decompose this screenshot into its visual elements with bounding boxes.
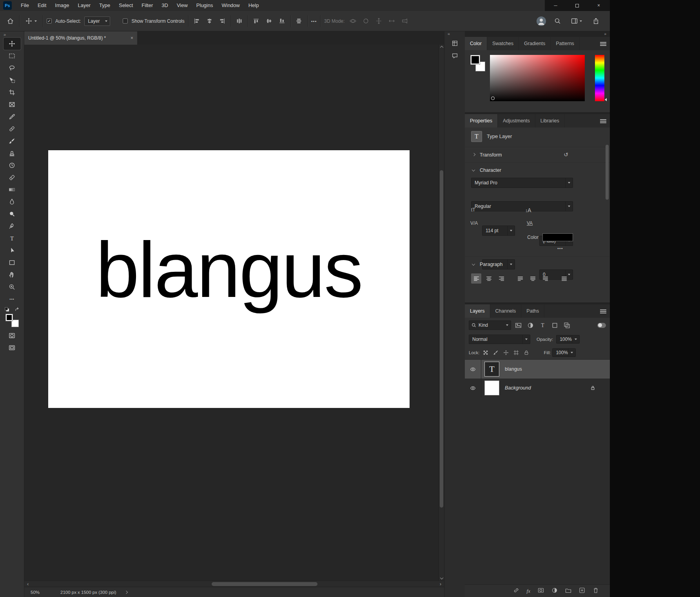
transform-expand-chevron[interactable]: [472, 153, 475, 156]
3d-roll-button[interactable]: [361, 16, 370, 26]
menu-item[interactable]: Layer: [74, 0, 95, 11]
3d-pan-button[interactable]: [374, 16, 383, 26]
opacity-select[interactable]: 100%: [556, 335, 580, 344]
layer-visibility-cell[interactable]: [465, 360, 481, 379]
comments-panel-button[interactable]: [448, 49, 462, 62]
align-right-edges-button[interactable]: [218, 16, 227, 26]
layer-row-background[interactable]: Background: [465, 379, 610, 397]
document-tab[interactable]: Untitled-1 @ 50% (blangus, RGB/8) * ×: [24, 31, 137, 45]
horizontal-scrollbar-thumb[interactable]: [212, 582, 317, 586]
foreground-color-swatch[interactable]: [470, 55, 480, 65]
horizontal-scrollbar[interactable]: ‹ ›: [24, 581, 444, 587]
filter-smart-objects-button[interactable]: [562, 320, 572, 330]
tab-patterns[interactable]: Patterns: [551, 37, 580, 50]
tool-preset-picker[interactable]: [23, 17, 39, 25]
lock-position-button[interactable]: [502, 348, 510, 357]
justify-last-left-button[interactable]: [515, 273, 525, 284]
align-text-right-button[interactable]: [496, 273, 506, 284]
align-text-left-button[interactable]: [471, 273, 481, 284]
tab-properties[interactable]: Properties: [465, 114, 498, 127]
more-character-options-button[interactable]: •••: [557, 246, 563, 251]
collapsed-panel-button[interactable]: [448, 37, 462, 49]
tab-color[interactable]: Color: [465, 37, 487, 50]
menu-item[interactable]: Type: [95, 0, 114, 11]
blend-mode-select[interactable]: Normal: [469, 335, 530, 344]
screen-mode-button[interactable]: [4, 342, 21, 354]
swap-colors-icon[interactable]: [15, 307, 20, 312]
account-avatar[interactable]: [537, 16, 546, 26]
workspace-switcher-button[interactable]: [569, 16, 584, 27]
lock-artboard-button[interactable]: [512, 348, 520, 357]
share-button[interactable]: [590, 16, 601, 27]
edit-toolbar-button[interactable]: •••: [4, 293, 21, 305]
new-group-button[interactable]: [565, 587, 571, 595]
align-vertical-centers-button[interactable]: [265, 16, 274, 26]
vertical-scrollbar[interactable]: [439, 45, 444, 581]
tab-swatches[interactable]: Swatches: [487, 37, 519, 50]
menu-item[interactable]: View: [172, 0, 192, 11]
hue-slider[interactable]: [595, 55, 604, 101]
tab-gradients[interactable]: Gradients: [519, 37, 551, 50]
minimize-button[interactable]: ─: [545, 0, 566, 11]
filter-toggle-switch[interactable]: [597, 323, 606, 328]
eraser-tool[interactable]: [4, 171, 21, 184]
align-left-edges-button[interactable]: [192, 16, 201, 26]
properties-scrollbar-thumb[interactable]: [606, 145, 609, 200]
distribute-horizontal-button[interactable]: [235, 16, 244, 26]
pen-tool[interactable]: [4, 220, 21, 232]
expand-dock-button[interactable]: «: [444, 31, 453, 37]
frame-tool[interactable]: [4, 98, 21, 111]
collapse-panels-button[interactable]: »: [604, 31, 606, 37]
tab-paths[interactable]: Paths: [521, 304, 544, 318]
layer-visibility-cell[interactable]: [465, 379, 481, 397]
tab-layers[interactable]: Layers: [465, 304, 490, 318]
panel-menu-icon[interactable]: [600, 309, 606, 310]
filter-pixel-layers-button[interactable]: [513, 320, 523, 330]
add-layer-mask-button[interactable]: [538, 587, 544, 595]
more-align-options-button[interactable]: •••: [311, 19, 317, 24]
maximize-button[interactable]: [566, 0, 588, 11]
home-button[interactable]: [5, 16, 16, 27]
transform-section-label[interactable]: Transform: [480, 149, 502, 161]
menu-item[interactable]: Select: [114, 0, 137, 11]
align-bottom-edges-button[interactable]: [277, 16, 287, 26]
new-adjustment-layer-button[interactable]: [551, 587, 558, 595]
justify-last-right-button[interactable]: [540, 273, 550, 284]
rectangular-marquee-tool[interactable]: [4, 50, 21, 62]
close-button[interactable]: ×: [588, 0, 609, 11]
history-brush-tool[interactable]: [4, 159, 21, 171]
menu-item[interactable]: Edit: [33, 0, 51, 11]
link-layers-button[interactable]: [513, 587, 519, 595]
panel-menu-icon[interactable]: [600, 119, 606, 120]
dodge-tool[interactable]: [4, 208, 21, 220]
tab-libraries[interactable]: Libraries: [535, 114, 565, 127]
show-transform-checkbox[interactable]: ✓: [123, 18, 128, 24]
scroll-right-icon[interactable]: ›: [440, 581, 441, 587]
reset-transform-button[interactable]: ↺: [564, 152, 568, 157]
distribute-vertical-button[interactable]: [294, 16, 304, 26]
canvas[interactable]: blangus: [48, 150, 410, 408]
character-section-label[interactable]: Character: [480, 164, 501, 176]
spot-healing-brush-tool[interactable]: [4, 123, 21, 135]
align-top-edges-button[interactable]: [252, 16, 261, 26]
zoom-tool[interactable]: [4, 281, 21, 293]
eye-icon[interactable]: [470, 366, 476, 372]
delete-layer-button[interactable]: [593, 587, 599, 595]
rectangle-tool[interactable]: [4, 257, 21, 269]
search-button[interactable]: [552, 16, 563, 27]
clone-stamp-tool[interactable]: [4, 147, 21, 159]
text-color-swatch[interactable]: [542, 233, 573, 241]
lasso-tool[interactable]: [4, 62, 21, 74]
menu-item[interactable]: File: [16, 0, 33, 11]
lock-pixels-button[interactable]: [491, 348, 500, 357]
lock-all-button[interactable]: [522, 348, 531, 357]
tab-close-button[interactable]: ×: [131, 35, 133, 41]
new-layer-button[interactable]: [579, 587, 585, 595]
paragraph-collapse-chevron[interactable]: [472, 262, 475, 266]
gradient-tool[interactable]: [4, 184, 21, 196]
filter-shape-layers-button[interactable]: [549, 320, 560, 330]
expand-tools-button[interactable]: »: [0, 32, 9, 38]
auto-select-checkbox[interactable]: ✓: [47, 18, 52, 24]
align-text-center-button[interactable]: [484, 273, 494, 284]
paragraph-section-label[interactable]: Paragraph: [480, 258, 502, 270]
